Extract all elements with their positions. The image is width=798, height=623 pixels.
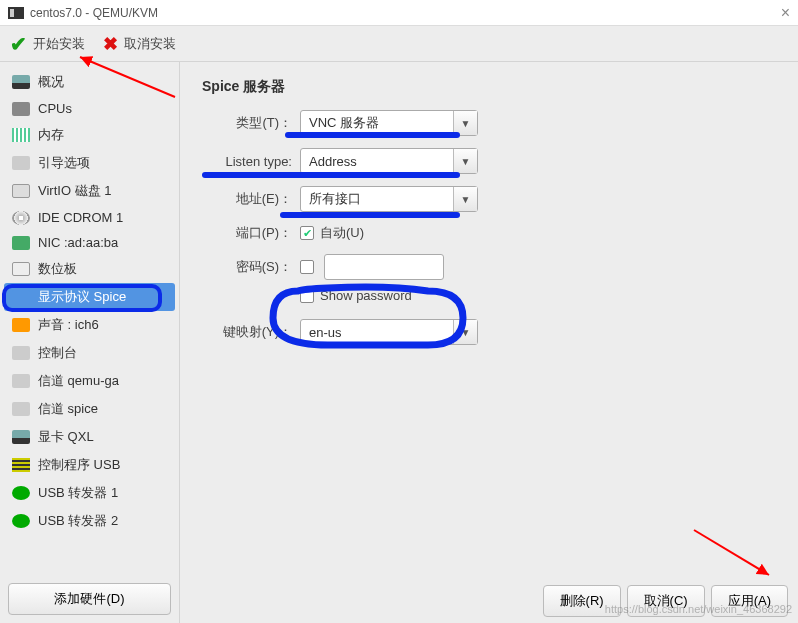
show-password-label: Show password bbox=[320, 288, 412, 303]
sidebar-item-14[interactable]: 控制程序 USB bbox=[4, 451, 175, 479]
type-combo-value: VNC 服务器 bbox=[301, 114, 453, 132]
sidebar-item-16[interactable]: USB 转发器 2 bbox=[4, 507, 175, 535]
row-listen-type: Listen type: Address ▼ bbox=[202, 148, 776, 174]
row-address: 地址(E)： 所有接口 ▼ bbox=[202, 186, 776, 212]
ico-cpu-icon bbox=[12, 102, 30, 116]
ico-mon-icon bbox=[12, 430, 30, 444]
begin-install-label: 开始安装 bbox=[33, 35, 85, 53]
row-show-password: Show password bbox=[300, 288, 776, 303]
type-combo[interactable]: VNC 服务器 ▼ bbox=[300, 110, 478, 136]
ico-mem-icon bbox=[12, 128, 30, 142]
ico-usbctrl-icon bbox=[12, 458, 30, 472]
listen-type-combo[interactable]: Address ▼ bbox=[300, 148, 478, 174]
sidebar-list: 概况CPUs内存引导选项VirtIO 磁盘 1IDE CDROM 1NIC :a… bbox=[0, 62, 179, 575]
main-panel: Spice 服务器 类型(T)： VNC 服务器 ▼ Listen type: … bbox=[180, 62, 798, 623]
sidebar-item-label: 显卡 QXL bbox=[38, 428, 94, 446]
content-area: 概况CPUs内存引导选项VirtIO 磁盘 1IDE CDROM 1NIC :a… bbox=[0, 62, 798, 623]
ico-console-icon bbox=[12, 374, 30, 388]
chevron-down-icon: ▼ bbox=[453, 320, 477, 344]
label-port: 端口(P)： bbox=[202, 224, 292, 242]
check-icon: ✔ bbox=[10, 32, 27, 56]
password-input[interactable] bbox=[324, 254, 444, 280]
sidebar-item-label: 信道 qemu-ga bbox=[38, 372, 119, 390]
sidebar-item-label: 控制台 bbox=[38, 344, 77, 362]
label-password: 密码(S)： bbox=[202, 258, 292, 276]
sidebar-item-13[interactable]: 显卡 QXL bbox=[4, 423, 175, 451]
sidebar-item-label: 内存 bbox=[38, 126, 64, 144]
label-type: 类型(T)： bbox=[202, 114, 292, 132]
sidebar-item-label: 数位板 bbox=[38, 260, 77, 278]
sidebar-item-label: USB 转发器 2 bbox=[38, 512, 118, 530]
ico-display-icon bbox=[12, 290, 30, 304]
ico-cd-icon bbox=[12, 211, 30, 225]
sidebar-item-label: CPUs bbox=[38, 101, 72, 116]
sidebar-item-1[interactable]: CPUs bbox=[4, 96, 175, 121]
chevron-down-icon: ▼ bbox=[453, 149, 477, 173]
close-icon[interactable]: × bbox=[781, 4, 790, 22]
ico-tablet-icon bbox=[12, 262, 30, 276]
chevron-down-icon: ▼ bbox=[453, 111, 477, 135]
sidebar-item-label: 引导选项 bbox=[38, 154, 90, 172]
window-title: centos7.0 - QEMU/KVM bbox=[30, 6, 158, 20]
ico-mon-icon bbox=[12, 75, 30, 89]
row-keymap: 键映射(Y)： en-us ▼ bbox=[202, 319, 776, 345]
checkbox-checked-icon: ✔ bbox=[300, 226, 314, 240]
ico-usb-icon bbox=[12, 514, 30, 528]
keymap-combo[interactable]: en-us ▼ bbox=[300, 319, 478, 345]
sidebar-item-label: 控制程序 USB bbox=[38, 456, 120, 474]
row-password: 密码(S)： bbox=[202, 254, 776, 280]
title-bar: centos7.0 - QEMU/KVM × bbox=[0, 0, 798, 26]
sidebar-item-11[interactable]: 信道 qemu-ga bbox=[4, 367, 175, 395]
show-password-checkbox[interactable]: Show password bbox=[300, 288, 412, 303]
sidebar: 概况CPUs内存引导选项VirtIO 磁盘 1IDE CDROM 1NIC :a… bbox=[0, 62, 180, 623]
cancel-install-label: 取消安装 bbox=[124, 35, 176, 53]
ico-disk-icon bbox=[12, 184, 30, 198]
toolbar: ✔ 开始安装 ✖ 取消安装 bbox=[0, 26, 798, 62]
listen-type-value: Address bbox=[301, 154, 453, 169]
sidebar-item-12[interactable]: 信道 spice bbox=[4, 395, 175, 423]
row-type: 类型(T)： VNC 服务器 ▼ bbox=[202, 110, 776, 136]
address-combo[interactable]: 所有接口 ▼ bbox=[300, 186, 478, 212]
checkbox-icon bbox=[300, 289, 314, 303]
ico-sound-icon bbox=[12, 318, 30, 332]
sidebar-item-3[interactable]: 引导选项 bbox=[4, 149, 175, 177]
sidebar-item-label: VirtIO 磁盘 1 bbox=[38, 182, 111, 200]
sidebar-item-15[interactable]: USB 转发器 1 bbox=[4, 479, 175, 507]
sidebar-item-0[interactable]: 概况 bbox=[4, 68, 175, 96]
sidebar-item-2[interactable]: 内存 bbox=[4, 121, 175, 149]
cancel-install-button[interactable]: ✖ 取消安装 bbox=[103, 33, 176, 55]
sidebar-item-10[interactable]: 控制台 bbox=[4, 339, 175, 367]
sidebar-item-label: 显示协议 Spice bbox=[38, 288, 126, 306]
keymap-value: en-us bbox=[301, 325, 453, 340]
sidebar-item-label: 信道 spice bbox=[38, 400, 98, 418]
row-port: 端口(P)： ✔ 自动(U) bbox=[202, 224, 776, 242]
ico-console-icon bbox=[12, 346, 30, 360]
sidebar-item-9[interactable]: 声音 : ich6 bbox=[4, 311, 175, 339]
label-address: 地址(E)： bbox=[202, 190, 292, 208]
sidebar-item-label: USB 转发器 1 bbox=[38, 484, 118, 502]
sidebar-item-7[interactable]: 数位板 bbox=[4, 255, 175, 283]
ico-console-icon bbox=[12, 402, 30, 416]
sidebar-item-5[interactable]: IDE CDROM 1 bbox=[4, 205, 175, 230]
password-enable-checkbox[interactable] bbox=[300, 260, 314, 274]
sidebar-item-8[interactable]: 显示协议 Spice bbox=[4, 283, 175, 311]
label-listen-type: Listen type: bbox=[202, 154, 292, 169]
begin-install-button[interactable]: ✔ 开始安装 bbox=[10, 32, 85, 56]
chevron-down-icon: ▼ bbox=[453, 187, 477, 211]
app-logo-icon bbox=[8, 7, 24, 19]
label-keymap: 键映射(Y)： bbox=[202, 323, 292, 341]
sidebar-item-label: 声音 : ich6 bbox=[38, 316, 99, 334]
ico-nic-icon bbox=[12, 236, 30, 250]
sidebar-item-label: 概况 bbox=[38, 73, 64, 91]
address-value: 所有接口 bbox=[301, 190, 453, 208]
port-auto-checkbox[interactable]: ✔ 自动(U) bbox=[300, 224, 364, 242]
ico-usb-icon bbox=[12, 486, 30, 500]
add-hardware-button[interactable]: 添加硬件(D) bbox=[8, 583, 171, 615]
sidebar-item-label: IDE CDROM 1 bbox=[38, 210, 123, 225]
x-icon: ✖ bbox=[103, 33, 118, 55]
sidebar-item-4[interactable]: VirtIO 磁盘 1 bbox=[4, 177, 175, 205]
sidebar-item-label: NIC :ad:aa:ba bbox=[38, 235, 118, 250]
port-auto-label: 自动(U) bbox=[320, 224, 364, 242]
sidebar-item-6[interactable]: NIC :ad:aa:ba bbox=[4, 230, 175, 255]
ico-boot-icon bbox=[12, 156, 30, 170]
